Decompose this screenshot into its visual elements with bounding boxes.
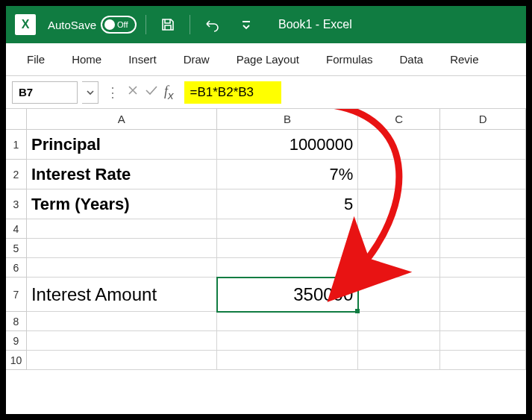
cell[interactable] [440,160,526,189]
cell[interactable]: Term (Years) [27,189,217,219]
row-header[interactable]: 10 [6,351,27,370]
row-header[interactable]: 1 [6,130,27,160]
table-row: 1 Principal 1000000 [6,130,526,160]
cell[interactable] [27,239,217,258]
table-row: 10 [6,351,526,370]
chevron-down-icon [86,88,95,97]
cell[interactable] [440,219,526,239]
table-row: 7 Interest Amount 350000 [6,278,526,312]
column-header-row: A B C D [6,109,526,130]
formula-bar: B7 ⋮ fx =B1*B2*B3 [6,76,526,109]
cell[interactable] [440,130,526,160]
cell[interactable] [440,351,526,370]
row-header[interactable]: 3 [6,189,27,219]
cancel-formula-button[interactable] [127,84,139,100]
cell[interactable] [27,351,217,370]
table-row: 2 Interest Rate 7% [6,160,526,189]
undo-button[interactable] [199,12,225,37]
name-box-dropdown[interactable] [82,81,98,104]
formula-input[interactable]: =B1*B2*B3 [184,81,281,104]
table-row: 6 [6,258,526,278]
spreadsheet-grid: A B C D 1 Principal 1000000 2 Interest R… [6,109,526,414]
row-header[interactable]: 4 [6,219,27,239]
titlebar: AutoSave Off Book1 - Excel [6,6,526,43]
cell[interactable]: 1000000 [217,130,359,160]
save-icon [160,17,175,32]
fx-icon[interactable]: fx [164,84,174,101]
select-all-corner[interactable] [6,109,27,130]
cell[interactable] [358,351,440,370]
cell[interactable]: Interest Amount [27,278,217,312]
row-header[interactable]: 8 [6,312,27,331]
column-header[interactable]: A [27,109,217,130]
cell[interactable] [358,160,440,189]
cell[interactable] [27,258,217,278]
table-row: 9 [6,331,526,351]
cell[interactable] [358,278,440,312]
tab-insert[interactable]: Insert [115,46,170,73]
cell[interactable] [217,219,359,239]
table-row: 8 [6,312,526,331]
cell[interactable] [27,312,217,331]
cell[interactable] [440,331,526,351]
tab-page-layout[interactable]: Page Layout [223,46,313,73]
row-header[interactable]: 6 [6,258,27,278]
separator [145,15,146,34]
cell[interactable] [217,351,359,370]
name-box[interactable]: B7 [12,81,78,104]
cell[interactable] [358,239,440,258]
column-header[interactable]: B [217,109,359,130]
cell[interactable] [440,278,526,312]
row-header[interactable]: 2 [6,160,27,189]
cell[interactable] [358,189,440,219]
cell[interactable] [27,331,217,351]
tab-formulas[interactable]: Formulas [313,46,387,73]
cell[interactable] [358,219,440,239]
cell[interactable] [217,331,359,351]
cell[interactable] [358,312,440,331]
cell[interactable] [358,331,440,351]
tab-draw[interactable]: Draw [170,46,223,73]
check-icon [145,84,158,96]
excel-window: AutoSave Off Book1 - Excel File Home Ins… [6,6,526,414]
autosave-toggle[interactable]: AutoSave Off [48,16,137,34]
autosave-switch[interactable]: Off [101,16,137,34]
tab-file[interactable]: File [13,46,58,73]
autosave-label: AutoSave [48,19,96,31]
cell[interactable] [27,219,217,239]
cell[interactable] [217,258,359,278]
column-header[interactable]: C [358,109,440,130]
cell[interactable]: Principal [27,130,217,160]
tab-data[interactable]: Data [386,46,436,73]
excel-logo-icon [15,14,36,35]
cell[interactable] [217,239,359,258]
x-icon [127,84,139,96]
cell[interactable] [358,258,440,278]
row-header[interactable]: 9 [6,331,27,351]
cell[interactable] [440,258,526,278]
qat-customize-button[interactable] [234,12,259,37]
cell-selected[interactable]: 350000 [217,278,359,312]
cell[interactable] [440,189,526,219]
table-row: 4 [6,219,526,239]
divider-dots-icon: ⋮ [103,86,122,99]
column-header[interactable]: D [440,109,526,130]
cell[interactable]: 7% [217,160,359,189]
cell[interactable] [217,312,359,331]
separator [190,15,190,34]
formula-controls: fx [127,84,174,101]
enter-formula-button[interactable] [145,84,158,100]
undo-icon [204,17,220,32]
ribbon-tabs: File Home Insert Draw Page Layout Formul… [6,43,526,76]
table-row: 5 [6,239,526,258]
cell[interactable]: Interest Rate [27,160,217,189]
cell[interactable] [440,239,526,258]
tab-home[interactable]: Home [58,46,115,73]
tab-review[interactable]: Revie [436,46,492,73]
cell[interactable] [358,130,440,160]
row-header[interactable]: 7 [6,278,27,312]
cell[interactable]: 5 [217,189,359,219]
row-header[interactable]: 5 [6,239,27,258]
save-button[interactable] [155,12,181,37]
cell[interactable] [440,312,526,331]
